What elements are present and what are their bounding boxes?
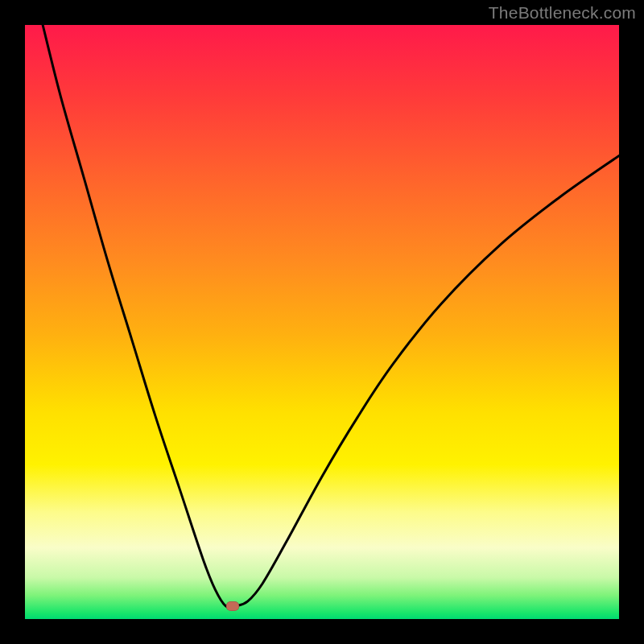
optimal-point-marker (226, 601, 239, 611)
curve-path (43, 25, 619, 608)
bottleneck-curve (25, 25, 619, 619)
plot-area (25, 25, 619, 619)
watermark-text: TheBottleneck.com (489, 3, 636, 23)
chart-frame: TheBottleneck.com (0, 0, 644, 644)
